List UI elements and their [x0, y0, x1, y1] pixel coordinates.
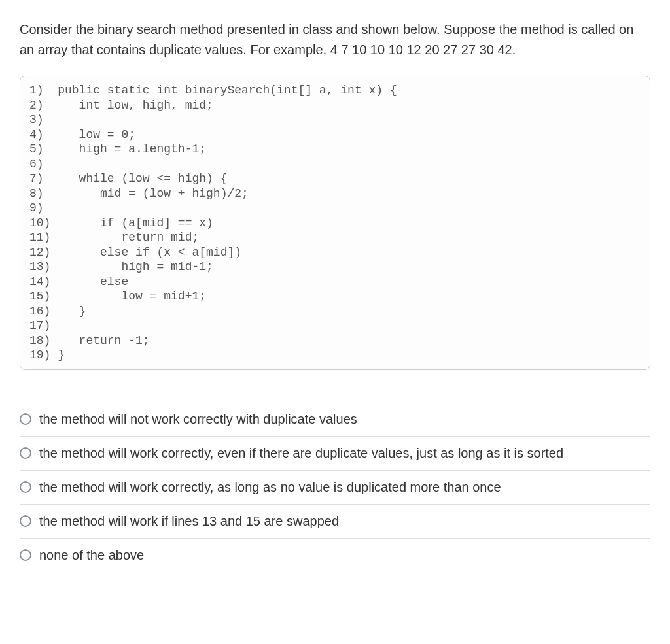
option-2[interactable]: the method will work correctly, as long … [20, 471, 650, 505]
option-0[interactable]: the method will not work correctly with … [20, 403, 650, 437]
option-label: the method will work correctly, even if … [39, 446, 563, 461]
options-list: the method will not work correctly with … [20, 403, 650, 572]
question-text: Consider the binary search method presen… [20, 20, 650, 60]
option-label: the method will not work correctly with … [39, 412, 357, 427]
code-block: 1) public static int binarySearch(int[] … [20, 76, 650, 370]
radio-icon [20, 481, 31, 493]
option-label: none of the above [39, 548, 144, 563]
option-label: the method will work if lines 13 and 15 … [39, 514, 339, 529]
option-4[interactable]: none of the above [20, 539, 650, 572]
radio-icon [20, 413, 31, 425]
radio-icon [20, 515, 31, 527]
option-1[interactable]: the method will work correctly, even if … [20, 437, 650, 471]
option-3[interactable]: the method will work if lines 13 and 15 … [20, 505, 650, 539]
radio-icon [20, 447, 31, 459]
option-label: the method will work correctly, as long … [39, 480, 501, 495]
radio-icon [20, 549, 31, 561]
